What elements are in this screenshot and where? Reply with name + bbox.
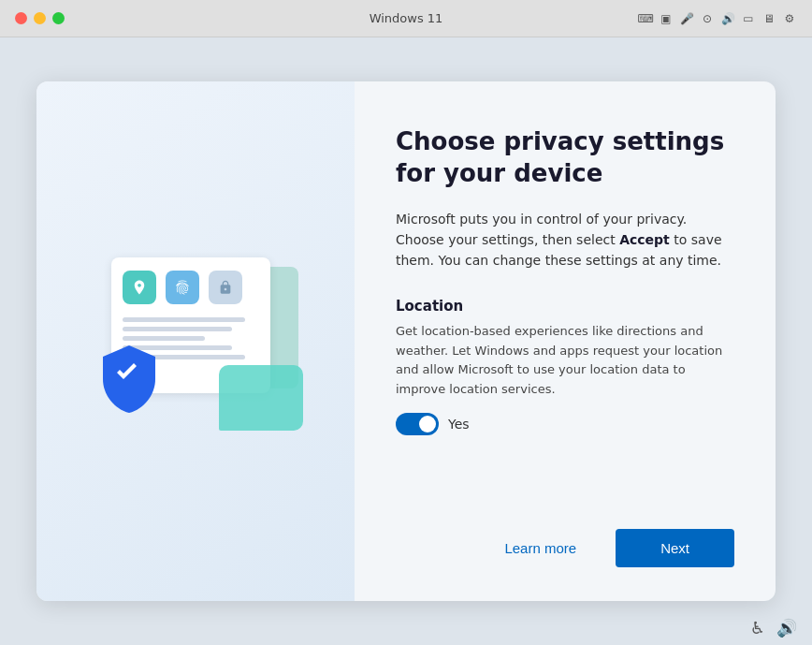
buttons-row: Learn more Next (396, 510, 734, 567)
titlebar: Windows 11 ⌨ ▣ 🎤 ⊙ 🔊 ▭ 🖥 ⚙ (0, 0, 812, 37)
learn-more-button[interactable]: Learn more (478, 529, 602, 567)
shield (97, 344, 161, 417)
speaker-icon[interactable]: 🔊 (776, 618, 797, 638)
settings-icon: ⚙ (782, 11, 797, 26)
volume-icon: 🔊 (720, 11, 735, 26)
location-toggle[interactable] (396, 413, 439, 435)
chat-bubble (219, 365, 303, 431)
maximize-button[interactable] (52, 12, 65, 24)
location-description: Get location-based experiences like dire… (396, 322, 734, 400)
illustration-panel (36, 81, 355, 601)
toggle-row: Yes (396, 413, 734, 435)
accept-bold: Accept (619, 232, 670, 247)
setup-card: Choose privacy settings for your device … (36, 81, 776, 601)
accessibility-icon[interactable]: ♿ (750, 618, 765, 638)
mic-icon: 🎤 (679, 11, 694, 26)
illustration (83, 239, 308, 445)
doc-line (123, 336, 205, 341)
close-button[interactable] (15, 12, 27, 24)
lock-icon (209, 271, 242, 304)
doc-line (123, 317, 245, 322)
location-setting: Location Get location-based experiences … (396, 298, 734, 435)
toggle-label: Yes (448, 417, 470, 432)
location-icon (123, 271, 156, 304)
page-title: Choose privacy settings for your device (396, 126, 734, 190)
chip-icon: ▣ (659, 11, 674, 26)
intro-text: Microsoft puts you in control of your pr… (396, 209, 734, 271)
bottom-bar: ♿ 🔊 (750, 618, 797, 638)
right-panel: Choose privacy settings for your device … (355, 81, 776, 601)
next-button[interactable]: Next (616, 529, 734, 567)
doc-icons-row (123, 271, 259, 304)
window-title: Windows 11 (370, 11, 443, 25)
monitor-icon: 🖥 (761, 11, 776, 26)
keyboard-icon: ⌨ (638, 11, 653, 26)
battery-icon: ▭ (741, 11, 756, 26)
location-title: Location (396, 298, 734, 315)
fingerprint-icon (166, 271, 199, 304)
target-icon: ⊙ (700, 11, 715, 26)
system-tray: ⌨ ▣ 🎤 ⊙ 🔊 ▭ 🖥 ⚙ (638, 11, 797, 26)
minimize-button[interactable] (34, 12, 46, 24)
main-area: Choose privacy settings for your device … (0, 37, 812, 645)
doc-line (123, 327, 232, 331)
window-controls (15, 12, 65, 24)
toggle-knob (419, 416, 436, 432)
